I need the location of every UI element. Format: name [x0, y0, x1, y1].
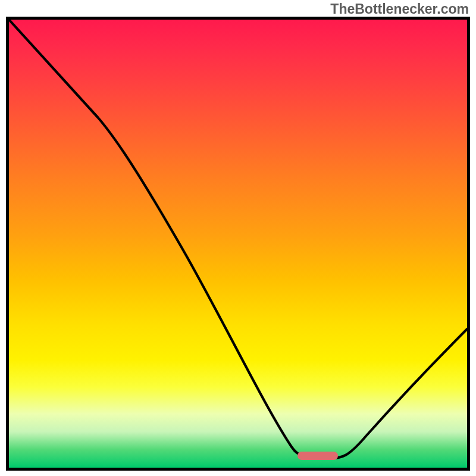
chart-frame	[6, 17, 470, 471]
watermark-text: TheBottlenecker.com	[330, 1, 469, 17]
chart-gradient-background	[9, 20, 467, 468]
optimal-range-marker	[298, 452, 338, 460]
